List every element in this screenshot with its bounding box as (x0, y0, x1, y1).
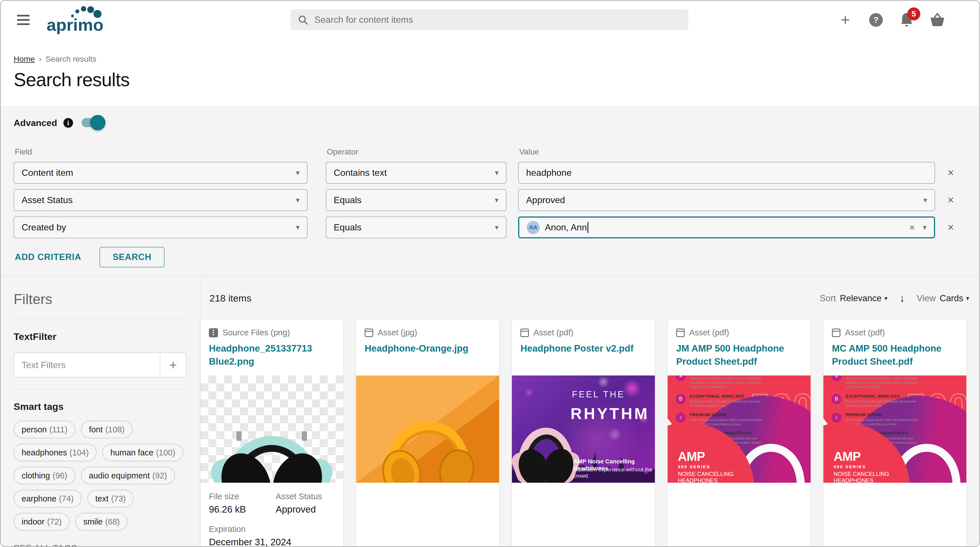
operator-select[interactable]: Contains text ▾ (326, 162, 506, 184)
search-input[interactable] (314, 14, 681, 25)
textfilter-heading: TextFilter (14, 331, 186, 342)
text-caret (587, 222, 588, 233)
orange-headphones-image (368, 381, 487, 483)
asset-card[interactable]: Asset (pdf) MC AMP 500 Headphone Product… (823, 319, 966, 547)
text-filter-input[interactable] (14, 353, 160, 377)
meta-label: Expiration (209, 525, 335, 534)
sort-direction-icon[interactable]: ↓ (900, 292, 905, 305)
asset-title-link[interactable]: Headphone-Orange.jpg (365, 342, 490, 355)
breadcrumb-home-link[interactable]: Home (14, 54, 35, 64)
field-column-label: Field (14, 147, 326, 156)
tag-chip-audio-equipment[interactable]: audio equipment(92) (81, 467, 175, 485)
value-person-input[interactable]: AA Anon, Ann × ▾ (518, 217, 935, 238)
tag-count: (111) (49, 425, 67, 434)
asset-metadata: File size 96.26 kB Asset Status Approved… (200, 483, 343, 547)
poster-line4: Maximum experience without the crowd. (573, 467, 655, 479)
field-select-value: Content item (22, 167, 73, 178)
asset-thumbnail[interactable] (200, 375, 343, 483)
asset-title-link[interactable]: MC AMP 500 Headphone Product Sheet.pdf (832, 342, 958, 368)
tag-count: (74) (59, 494, 74, 504)
bluetooth-icon: B (676, 394, 686, 404)
asset-card[interactable]: Asset (pdf) Headphone Poster v2.pdf (512, 319, 655, 547)
tag-chip-text[interactable]: text(73) (87, 490, 134, 507)
clear-value-icon[interactable]: × (909, 222, 915, 233)
asset-title-link[interactable]: Headphone_251337713 Blue2.png (209, 342, 335, 368)
brand-product: NOISE CANCELLING HEADPHONES (834, 471, 895, 483)
operator-select[interactable]: Equals ▾ (326, 217, 506, 238)
basket-button[interactable] (929, 12, 945, 28)
poster-line1: FEEL THE (572, 389, 625, 400)
aprimo-logo[interactable]: aprimo (45, 6, 113, 34)
asset-type: Source Files (png) (223, 328, 290, 337)
value-input[interactable]: headphone (518, 162, 935, 184)
chevron-down-icon: ▾ (495, 196, 498, 204)
filters-title: Filters (14, 291, 186, 308)
field-select-value: Created by (22, 222, 66, 233)
brand-name: AMP (678, 450, 739, 464)
brand-series: 500 SERIES (678, 464, 739, 469)
breadcrumb-current: Search results (46, 54, 96, 64)
criteria-column-labels: Field Operator Value (14, 147, 980, 156)
remove-criteria-button[interactable]: × (941, 221, 961, 234)
see-all-tags-button[interactable]: SEE ALL TAGS (14, 543, 186, 547)
meta-value: Approved (276, 504, 335, 515)
operator-column-label: Operator (326, 147, 518, 156)
tag-chip-person[interactable]: person(111) (14, 421, 75, 439)
tag-chip-clothing[interactable]: clothing(96) (14, 467, 75, 485)
aprimo-logo-graphic: aprimo (45, 6, 113, 34)
add-content-button[interactable]: + (837, 12, 853, 28)
source-file-icon (209, 328, 218, 337)
field-select[interactable]: Created by ▾ (14, 217, 307, 238)
notifications-button[interactable]: 5 (899, 12, 915, 28)
global-search[interactable] (291, 10, 688, 30)
add-criteria-button[interactable]: ADD CRITERIA (14, 248, 83, 266)
tag-count: (92) (152, 471, 167, 480)
field-select[interactable]: Content item ▾ (14, 162, 307, 184)
asset-thumbnail[interactable] (356, 375, 499, 483)
plus-icon: + (841, 12, 850, 28)
value-select[interactable]: Approved ▾ (518, 189, 935, 211)
tag-count: (108) (105, 425, 124, 434)
menu-icon[interactable] (17, 15, 30, 25)
tag-chip-smile[interactable]: smile(68) (75, 513, 127, 531)
tag-chip-headphones[interactable]: headphones(104) (14, 444, 97, 461)
music-note-icon: ♪ (831, 413, 842, 423)
search-button[interactable]: SEARCH (99, 247, 165, 267)
tag-chip-indoor[interactable]: indoor(72) (14, 513, 70, 531)
feature-heading: PREMIUM SOUND (846, 413, 919, 417)
asset-thumbnail[interactable]: 500 ✕DESIGNED FOR EXTENDED WEARIdeal for… (668, 375, 811, 483)
sort-dropdown[interactable]: Relevance ▾ (840, 293, 888, 303)
asset-card[interactable]: Asset (jpg) Headphone-Orange.jpg (356, 319, 499, 547)
asset-icon (832, 329, 840, 337)
feature-body: Support for AAC and aptX HD Bluetooth en… (846, 399, 919, 408)
operator-select[interactable]: Equals ▾ (326, 189, 506, 211)
tag-chip-earphone[interactable]: earphone(74) (14, 490, 81, 507)
help-button[interactable]: ? (868, 12, 884, 28)
feature-heading: PREMIUM SOUND (690, 413, 763, 417)
items-count: 218 items (210, 293, 251, 304)
remove-criteria-button[interactable]: × (941, 167, 961, 179)
asset-thumbnail[interactable]: FEEL THE RHYTHM AMP Noise Cancelling Hea… (512, 375, 655, 483)
add-text-filter-button[interactable]: + (160, 353, 186, 377)
chevron-down-icon[interactable]: ▾ (923, 223, 927, 232)
tag-chip-human-face[interactable]: human face(100) (102, 444, 183, 461)
feature-body: Ideal for long listening sessions, a sof… (846, 376, 919, 389)
asset-title-link[interactable]: Headphone Poster v2.pdf (520, 342, 646, 355)
tag-count: (68) (105, 517, 120, 526)
asset-thumbnail[interactable]: 500 ✕DESIGNED FOR EXTENDED WEARIdeal for… (823, 375, 966, 483)
tag-chip-font[interactable]: font(108) (81, 421, 132, 439)
view-dropdown[interactable]: Cards ▾ (940, 293, 969, 303)
field-select[interactable]: Asset Status ▾ (14, 189, 307, 211)
remove-criteria-button[interactable]: × (941, 194, 961, 206)
asset-card[interactable]: Asset (pdf) JM AMP 500 Headphone Product… (668, 319, 811, 547)
asset-card[interactable]: Source Files (png) Headphone_251337713 B… (200, 319, 343, 547)
advanced-toggle[interactable] (81, 118, 103, 128)
wear-icon: ✕ (831, 375, 842, 381)
asset-type: Asset (pdf) (533, 328, 573, 337)
filters-sidebar: Filters TextFilter + Smart tags person(1… (0, 276, 200, 547)
asset-title-link[interactable]: JM AMP 500 Headphone Product Sheet.pdf (676, 342, 802, 368)
breadcrumb: Home › Search results (14, 39, 980, 64)
chevron-down-icon: ▾ (923, 196, 927, 204)
meta-expiration: Expiration December 31, 2024 (209, 525, 335, 547)
info-icon[interactable]: i (64, 118, 73, 128)
